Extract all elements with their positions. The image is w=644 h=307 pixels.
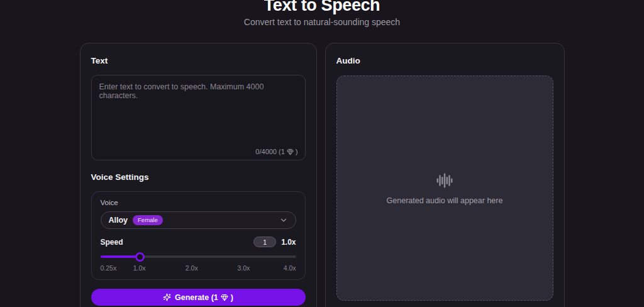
text-input[interactable] xyxy=(92,75,305,160)
speed-tick: 2.0x xyxy=(186,264,198,272)
generate-button-label: Generate (1 xyxy=(175,293,218,302)
page-header: Text to Speech Convert text to natural-s… xyxy=(0,0,644,28)
character-counter-text: 0/4000 (1 xyxy=(255,148,284,155)
gem-icon xyxy=(221,294,228,301)
speed-slider[interactable] xyxy=(101,252,296,261)
generate-button-label-close: ) xyxy=(231,293,233,302)
speed-value-input[interactable]: 1 xyxy=(253,237,276,247)
voice-settings-card: Voice Alloy Female Speed 1 1.0x 0.25x xyxy=(91,191,306,280)
page-subtitle: Convert text to natural-sounding speech xyxy=(0,17,644,28)
main-content: Text 0/4000 (1 ) Voice Settings Voice Al… xyxy=(0,43,644,307)
audio-waveform-icon xyxy=(435,171,454,190)
speed-label: Speed xyxy=(101,238,123,247)
character-counter-close: ) xyxy=(296,148,298,155)
speed-tick: 1.0x xyxy=(133,264,146,272)
voice-select[interactable]: Alloy Female xyxy=(101,211,296,229)
gem-icon xyxy=(287,148,294,155)
chevron-down-icon xyxy=(279,216,288,225)
selected-voice: Alloy xyxy=(109,216,128,225)
voice-gender-badge: Female xyxy=(133,215,163,225)
audio-panel-heading: Audio xyxy=(336,56,553,67)
speed-tick: 4.0x xyxy=(284,264,296,272)
text-panel-heading: Text xyxy=(91,56,306,67)
audio-output-panel: Audio Generated audio will appear here xyxy=(325,43,565,307)
sparkles-icon xyxy=(163,293,171,301)
voice-settings-heading: Voice Settings xyxy=(91,172,306,183)
text-input-container: 0/4000 (1 ) xyxy=(91,75,306,160)
page-title: Text to Speech xyxy=(0,0,644,14)
text-input-panel: Text 0/4000 (1 ) Voice Settings Voice Al… xyxy=(80,43,317,307)
speed-tick: 3.0x xyxy=(238,264,250,272)
character-counter: 0/4000 (1 ) xyxy=(255,148,297,155)
speed-tick: 0.25x xyxy=(101,264,117,272)
audio-empty-state: Generated audio will appear here xyxy=(336,75,553,301)
speed-slider-thumb[interactable] xyxy=(135,252,145,262)
voice-label: Voice xyxy=(101,199,296,207)
speed-slider-fill xyxy=(101,255,140,258)
speed-row: Speed 1 1.0x xyxy=(101,237,296,247)
speed-tick-labels: 0.25x 1.0x 2.0x 3.0x 4.0x xyxy=(101,264,296,272)
generate-button[interactable]: Generate (1 ) xyxy=(91,289,306,306)
audio-empty-text: Generated audio will appear here xyxy=(387,196,503,205)
speed-display: 1.0x xyxy=(281,238,296,247)
